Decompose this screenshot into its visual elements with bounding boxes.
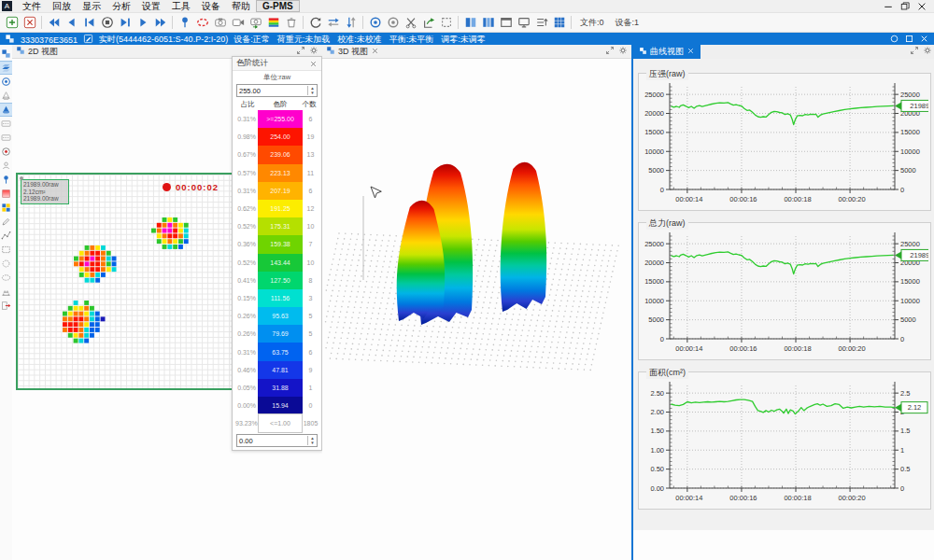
close-icon[interactable] xyxy=(686,47,695,57)
grid-button[interactable] xyxy=(550,14,568,31)
layout2-button[interactable] xyxy=(461,14,479,31)
swap-v-button[interactable] xyxy=(342,14,360,31)
expand-icon xyxy=(296,46,305,55)
pressure-grid-2d[interactable]: 21989.00raw 2.12cm² 21989.00raw 00:00:02 xyxy=(16,173,234,390)
menu-bar: A 文件回放显示分析设置工具设备帮助G-PMS xyxy=(0,0,934,12)
rail-tool-cone[interactable] xyxy=(0,104,12,116)
svg-text:0: 0 xyxy=(660,335,664,343)
ff-button[interactable] xyxy=(151,14,169,31)
min-level-input[interactable]: 0.00 ▲▼ xyxy=(236,434,318,447)
rail-tool-cone-o[interactable] xyxy=(0,90,12,102)
last-button[interactable] xyxy=(116,14,134,31)
row-pct: 0.31% xyxy=(235,188,258,194)
loop-button[interactable] xyxy=(193,14,211,31)
color-stats-header[interactable]: 色阶统计 xyxy=(233,57,321,71)
list-button[interactable] xyxy=(532,14,550,31)
rail-tool-platform[interactable] xyxy=(0,286,12,298)
tab-curve-view[interactable]: 曲线视图 xyxy=(633,45,700,59)
pressure-surface-3d[interactable] xyxy=(322,58,631,560)
prev-button[interactable] xyxy=(63,14,80,31)
minimize-button[interactable] xyxy=(882,1,895,12)
pin-button[interactable] xyxy=(176,14,193,31)
rail-tool-pencil[interactable] xyxy=(0,216,12,228)
menu-item-1[interactable]: 回放 xyxy=(47,0,77,12)
rail-tool-avg[interactable] xyxy=(0,118,12,130)
expand-icon[interactable] xyxy=(605,46,615,57)
target-b-button[interactable] xyxy=(366,14,384,31)
loop-icon xyxy=(196,16,209,29)
svg-text:2.12: 2.12 xyxy=(908,403,922,412)
rail-tool-ell-sel[interactable] xyxy=(0,272,12,284)
rail-tool-grad[interactable] xyxy=(0,188,12,200)
gear-icon[interactable] xyxy=(923,46,932,57)
menu-item-3[interactable]: 分析 xyxy=(106,0,136,12)
close-button[interactable] xyxy=(915,1,928,12)
rail-tool-poly[interactable] xyxy=(0,230,12,242)
menu-item-7[interactable]: 帮助 xyxy=(226,0,256,12)
record-button[interactable] xyxy=(98,14,116,31)
rotate-button[interactable] xyxy=(306,14,324,31)
svg-text:00:00:20: 00:00:20 xyxy=(838,195,865,203)
rail-tool-rect-sel[interactable] xyxy=(0,244,12,256)
add-button[interactable] xyxy=(3,14,21,31)
expand-icon[interactable] xyxy=(910,46,919,57)
menu-items: 文件回放显示分析设置工具设备帮助G-PMS xyxy=(17,0,300,12)
rail-tool-avg[interactable] xyxy=(0,132,12,144)
svg-text:00:00:16: 00:00:16 xyxy=(729,494,757,502)
menu-item-6[interactable]: 设备 xyxy=(196,0,226,12)
rewind-button[interactable] xyxy=(45,14,63,31)
rail-tool-target-b[interactable] xyxy=(0,76,12,88)
snapshot-button[interactable] xyxy=(247,14,264,31)
gear-icon[interactable] xyxy=(618,46,628,57)
max-level-input[interactable]: 255.00 ▲▼ xyxy=(236,84,318,97)
crop-button[interactable] xyxy=(437,14,455,31)
menu-item-0[interactable]: 文件 xyxy=(17,0,47,12)
menu-item-2[interactable]: 显示 xyxy=(77,0,106,12)
row-pct: 0.15% xyxy=(235,295,258,301)
maximize-button[interactable] xyxy=(899,1,912,12)
menu-item-4[interactable]: 设置 xyxy=(136,0,166,12)
rail-tool-circ-sel[interactable] xyxy=(0,258,12,270)
row-color-cell: 95.63 xyxy=(258,307,303,325)
scissors-button[interactable] xyxy=(402,14,419,31)
target-g-button[interactable] xyxy=(384,14,402,31)
swap-h-button[interactable] xyxy=(324,14,342,31)
svg-text:21989.00: 21989.00 xyxy=(910,251,928,259)
menu-item-5[interactable]: 工具 xyxy=(166,0,196,12)
svg-text:00:00:16: 00:00:16 xyxy=(729,344,757,353)
colorbar-button[interactable] xyxy=(264,14,282,31)
camera-button[interactable] xyxy=(211,14,229,31)
rail-tool-palette[interactable] xyxy=(0,202,12,214)
rail-tool-user[interactable] xyxy=(0,160,12,172)
trash-button[interactable] xyxy=(282,14,300,31)
menu-item-8[interactable]: G-PMS xyxy=(256,0,300,12)
spinner-arrows[interactable]: ▲▼ xyxy=(307,86,317,95)
rail-tool-pin[interactable] xyxy=(0,174,12,186)
svg-text:00:00:20: 00:00:20 xyxy=(838,494,865,502)
spinner-arrows[interactable]: ▲▼ xyxy=(307,436,317,445)
rail-tool-exit[interactable] xyxy=(0,300,12,312)
measurement-info-box[interactable]: 21989.00raw 2.12cm² 21989.00raw xyxy=(21,179,69,204)
video-button[interactable] xyxy=(229,14,247,31)
pin-handle[interactable] xyxy=(20,176,23,180)
first-button[interactable] xyxy=(80,14,98,31)
target-b-icon xyxy=(369,16,382,29)
monitor-button[interactable] xyxy=(515,14,532,31)
remove-button[interactable] xyxy=(21,14,38,31)
frame-button[interactable] xyxy=(497,14,515,31)
min-level-value: 0.00 xyxy=(237,437,307,445)
close-icon[interactable] xyxy=(371,47,379,57)
close-icon[interactable] xyxy=(309,60,318,68)
close-s-icon xyxy=(371,47,379,55)
layout3-button[interactable] xyxy=(479,14,497,31)
row-count: 8 xyxy=(303,277,318,284)
rail-tool-layers[interactable] xyxy=(0,62,12,74)
export-button[interactable] xyxy=(419,14,437,31)
row-color-cell: 191.25 xyxy=(258,200,303,217)
play-button[interactable] xyxy=(134,14,151,31)
rail-tool-target-r[interactable] xyxy=(0,146,12,158)
row-pct: 0.52% xyxy=(235,259,258,266)
application-window: A 文件回放显示分析设置工具设备帮助G-PMS 文件:0 设备:1 333037… xyxy=(0,0,934,560)
monitor-icon xyxy=(517,16,531,29)
rail-tool-winicon-b[interactable] xyxy=(0,48,12,60)
